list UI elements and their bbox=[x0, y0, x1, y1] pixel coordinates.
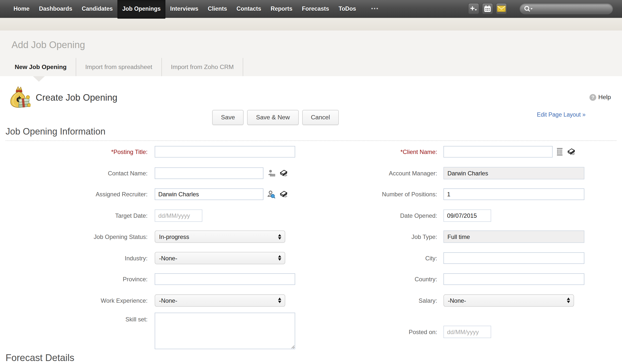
skill-set-label: Skill set: bbox=[0, 311, 147, 322]
money-bag-icon: ¢ bbox=[8, 86, 31, 110]
page-title: Add Job Opening bbox=[11, 39, 85, 51]
label-text: Account Manager: bbox=[389, 170, 437, 176]
sub-nav-strip bbox=[0, 17, 622, 31]
date-opened-field bbox=[437, 209, 622, 221]
job-opening-status-label: Job Opening Status: bbox=[0, 233, 147, 240]
target-date-input[interactable] bbox=[155, 209, 202, 221]
salary-select[interactable]: -None- bbox=[443, 294, 574, 306]
clear-icon[interactable] bbox=[279, 191, 287, 198]
nav-item-dashboards[interactable]: Dashboards bbox=[34, 0, 77, 17]
global-search-box bbox=[520, 3, 613, 14]
contact-name-input[interactable] bbox=[155, 167, 263, 179]
tab-import-from-spreadsheet[interactable]: Import from spreadsheet bbox=[76, 58, 162, 76]
posting-title-field bbox=[147, 146, 311, 157]
view-tabs: New Job Opening Import from spreadsheet … bbox=[5, 58, 243, 76]
assigned-recruiter-input[interactable] bbox=[155, 189, 263, 200]
nav-item-todos[interactable]: ToDos bbox=[334, 0, 361, 17]
help-label: Help bbox=[598, 94, 611, 101]
label-text: Contact Name: bbox=[108, 170, 147, 176]
contact-lookup-icon[interactable] bbox=[267, 169, 275, 177]
nav-item-candidates[interactable]: Candidates bbox=[77, 0, 118, 17]
number-of-positions-label: Number of Positions: bbox=[311, 191, 437, 198]
edit-page-layout-link[interactable]: Edit Page Layout » bbox=[537, 111, 585, 118]
select-arrows-icon bbox=[278, 234, 281, 239]
province-input[interactable] bbox=[155, 274, 295, 285]
posting-title-input[interactable] bbox=[155, 146, 295, 157]
clear-icon[interactable] bbox=[279, 170, 287, 176]
app-window: Home Dashboards Candidates Job Openings … bbox=[0, 0, 622, 364]
label-text: Industry: bbox=[125, 255, 148, 261]
label-text: Salary: bbox=[419, 297, 437, 304]
help-link[interactable]: ? Help bbox=[590, 94, 611, 101]
save-and-new-button[interactable]: Save & New bbox=[247, 110, 299, 125]
recruiter-lookup-icon[interactable] bbox=[267, 190, 275, 198]
target-date-field bbox=[147, 209, 311, 221]
label-text: Skill set: bbox=[125, 316, 147, 323]
label-text: Posted on: bbox=[409, 328, 437, 335]
search-icon[interactable] bbox=[524, 5, 533, 12]
label-text: Job Type: bbox=[412, 233, 437, 240]
job-opening-form: *Posting Title: *Client Name: bbox=[0, 141, 622, 352]
save-button[interactable]: Save bbox=[212, 110, 244, 125]
selected-value: -None- bbox=[159, 255, 177, 261]
province-label: Province: bbox=[0, 276, 147, 283]
plus-icon bbox=[470, 5, 477, 12]
calendar-button[interactable] bbox=[482, 3, 493, 14]
section-title-forecast-details: Forecast Details bbox=[5, 352, 616, 364]
contact-name-field bbox=[147, 167, 311, 179]
city-input[interactable] bbox=[443, 252, 584, 264]
nav-item-reports[interactable]: Reports bbox=[266, 0, 297, 17]
nav-overflow-icon[interactable]: ••• bbox=[371, 0, 379, 17]
tab-new-job-opening[interactable]: New Job Opening bbox=[5, 58, 76, 76]
date-opened-input[interactable] bbox=[443, 209, 491, 221]
contact-name-label: Contact Name: bbox=[0, 170, 147, 176]
posted-on-input[interactable] bbox=[443, 326, 491, 338]
nav-item-home[interactable]: Home bbox=[9, 0, 34, 17]
label-text: Country: bbox=[415, 276, 437, 283]
assigned-recruiter-label: Assigned Recruiter: bbox=[0, 191, 147, 198]
nav-actions bbox=[465, 3, 613, 14]
quick-add-button[interactable] bbox=[468, 3, 479, 14]
label-text: Client Name: bbox=[403, 148, 437, 155]
work-experience-label: Work Experience: bbox=[0, 297, 147, 304]
nav-item-job-openings[interactable]: Job Openings bbox=[118, 0, 165, 19]
label-text: Job Opening Status: bbox=[94, 233, 147, 240]
tab-import-from-zoho-crm[interactable]: Import from Zoho CRM bbox=[162, 58, 243, 76]
label-text: Number of Positions: bbox=[382, 191, 437, 198]
mail-button[interactable] bbox=[496, 3, 507, 14]
assigned-recruiter-field bbox=[147, 189, 311, 200]
client-lookup-icon[interactable] bbox=[556, 148, 563, 156]
skill-set-textarea[interactable] bbox=[155, 313, 295, 349]
mail-icon bbox=[497, 5, 506, 12]
target-date-label: Target Date: bbox=[0, 212, 147, 219]
required-mark: * bbox=[111, 148, 113, 155]
client-name-label: *Client Name: bbox=[311, 148, 437, 155]
work-experience-select[interactable]: -None- bbox=[155, 294, 285, 306]
select-arrows-icon bbox=[278, 255, 281, 261]
posting-title-label: *Posting Title: bbox=[0, 148, 147, 155]
job-opening-status-select[interactable]: In-progress bbox=[155, 231, 285, 243]
nav-item-contacts[interactable]: Contacts bbox=[232, 0, 266, 17]
industry-select[interactable]: -None- bbox=[155, 252, 285, 264]
job-type-readonly: Full time bbox=[443, 231, 584, 243]
salary-field: -None- bbox=[437, 294, 622, 306]
province-field bbox=[147, 274, 311, 285]
selected-value: In-progress bbox=[159, 233, 189, 240]
nav-item-clients[interactable]: Clients bbox=[203, 0, 232, 17]
nav-item-interviews[interactable]: Interviews bbox=[165, 0, 203, 17]
job-opening-status-field: In-progress bbox=[147, 231, 311, 243]
client-name-input[interactable] bbox=[443, 146, 553, 157]
nav-item-forecasts[interactable]: Forecasts bbox=[297, 0, 334, 17]
selected-value: -None- bbox=[159, 297, 177, 304]
cancel-button[interactable]: Cancel bbox=[302, 110, 339, 125]
posted-on-label: Posted on: bbox=[311, 328, 437, 335]
country-label: Country: bbox=[311, 276, 437, 283]
label-text: Province: bbox=[123, 276, 148, 283]
posted-on-field bbox=[437, 326, 622, 338]
country-input[interactable] bbox=[443, 274, 584, 285]
number-of-positions-input[interactable] bbox=[443, 189, 584, 200]
global-search-input[interactable] bbox=[533, 5, 609, 12]
help-icon: ? bbox=[590, 94, 596, 101]
salary-label: Salary: bbox=[311, 297, 437, 304]
clear-icon[interactable] bbox=[567, 148, 575, 155]
